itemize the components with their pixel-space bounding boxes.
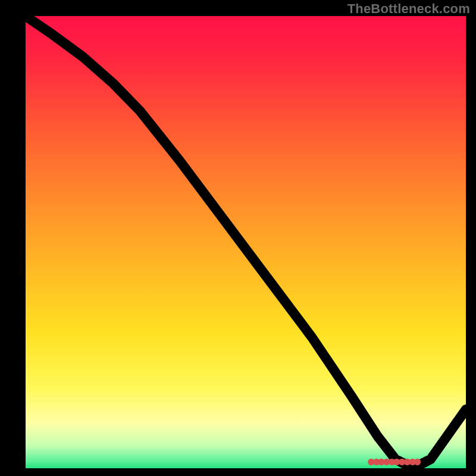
chart-svg	[26, 16, 466, 468]
plot-area	[26, 16, 466, 468]
chart-root: TheBottleneck.com	[0, 0, 476, 476]
cluster-dot	[414, 459, 421, 465]
watermark-text: TheBottleneck.com	[347, 1, 470, 17]
